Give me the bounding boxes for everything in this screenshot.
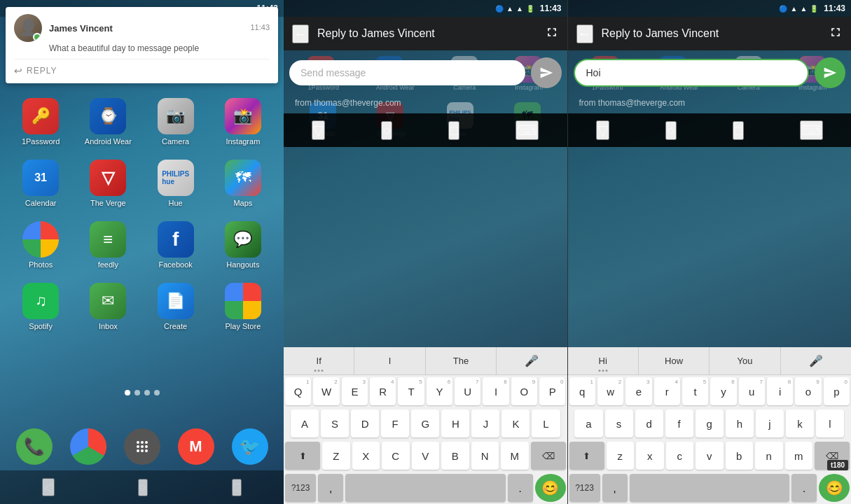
home-nav-right[interactable]: ○ bbox=[665, 121, 677, 140]
key-g[interactable]: G bbox=[411, 410, 439, 438]
key-h[interactable]: H bbox=[441, 410, 469, 438]
app-playstore[interactable]: Play Store bbox=[216, 283, 269, 330]
suggestion-you[interactable]: You bbox=[710, 347, 780, 374]
key-z[interactable]: Z bbox=[322, 442, 350, 470]
key-x-r[interactable]: x bbox=[636, 442, 664, 470]
send-button-left[interactable] bbox=[531, 57, 562, 88]
key-a-r[interactable]: a bbox=[574, 410, 602, 438]
message-input-left[interactable] bbox=[289, 60, 525, 85]
keyboard-nav-middle[interactable]: ⌨ bbox=[516, 120, 539, 140]
key-n-r[interactable]: n bbox=[755, 442, 783, 470]
key-m[interactable]: M bbox=[501, 442, 529, 470]
key-l-r[interactable]: l bbox=[816, 410, 844, 438]
suggestion-mic[interactable]: 🎤 bbox=[497, 347, 567, 374]
back-button[interactable]: ◁ bbox=[42, 478, 55, 496]
key-u[interactable]: 7U bbox=[455, 377, 480, 405]
key-r-r[interactable]: 4r bbox=[654, 377, 680, 405]
suggestion-i[interactable]: I bbox=[354, 347, 425, 374]
back-nav-middle[interactable]: ▽ bbox=[312, 120, 325, 140]
suggestion-the[interactable]: The bbox=[426, 347, 497, 374]
recent-button[interactable]: □ bbox=[232, 479, 242, 496]
key-p-r[interactable]: 0p bbox=[824, 377, 850, 405]
key-a[interactable]: A bbox=[291, 410, 319, 438]
key-q-r[interactable]: 1q bbox=[569, 377, 595, 405]
key-e-r[interactable]: 3e bbox=[625, 377, 651, 405]
key-s-r[interactable]: s bbox=[605, 410, 633, 438]
back-button-right[interactable]: ← bbox=[576, 24, 593, 43]
comma-key-right[interactable]: , bbox=[602, 474, 628, 502]
key-t-r[interactable]: 5t bbox=[682, 377, 708, 405]
key-h-r[interactable]: h bbox=[726, 410, 754, 438]
key-t[interactable]: 5T bbox=[398, 377, 424, 405]
key-v-r[interactable]: v bbox=[696, 442, 724, 470]
home-button[interactable]: ○ bbox=[138, 479, 148, 496]
key-f-r[interactable]: f bbox=[665, 410, 693, 438]
app-inbox[interactable]: ✉ Inbox bbox=[82, 283, 134, 330]
suggestion-hi[interactable]: Hi bbox=[568, 347, 639, 374]
keyboard-nav-right[interactable]: ⌨ bbox=[800, 120, 823, 140]
app-feedly[interactable]: ≡ feedly bbox=[82, 221, 134, 269]
space-key-right[interactable] bbox=[630, 474, 790, 502]
app-calendar[interactable]: 31 Calendar bbox=[15, 160, 67, 207]
shift-key[interactable]: ⬆ bbox=[285, 442, 320, 470]
key-g-r[interactable]: g bbox=[696, 410, 724, 438]
key-s[interactable]: S bbox=[321, 410, 349, 438]
key-p[interactable]: 0P bbox=[539, 377, 565, 405]
period-key-left[interactable]: . bbox=[508, 474, 533, 502]
emoji-key-right[interactable]: 😊 bbox=[819, 474, 850, 502]
key-n[interactable]: N bbox=[471, 442, 499, 470]
app-create[interactable]: 📄 Create bbox=[149, 283, 202, 330]
dock-phone[interactable]: 📞 bbox=[13, 428, 55, 465]
recent-nav-middle[interactable]: □ bbox=[448, 121, 459, 140]
dock-twitter[interactable]: 🐦 bbox=[229, 428, 271, 465]
app-theverge[interactable]: ▽ The Verge bbox=[82, 160, 134, 207]
app-instagram[interactable]: 📸 Instagram bbox=[216, 98, 269, 146]
sym-key-left[interactable]: ?123 bbox=[285, 474, 316, 502]
app-camera[interactable]: 📷 Camera bbox=[149, 98, 202, 146]
dock-gmail[interactable]: M bbox=[175, 428, 217, 465]
app-hue[interactable]: PHILIPShue Hue bbox=[149, 160, 202, 207]
key-r[interactable]: 4R bbox=[370, 377, 396, 405]
backspace-key[interactable]: ⌫ bbox=[531, 442, 566, 470]
key-l[interactable]: L bbox=[532, 410, 560, 438]
period-key-right[interactable]: . bbox=[791, 474, 817, 502]
suggestion-if[interactable]: If bbox=[284, 347, 354, 374]
recent-nav-right[interactable]: □ bbox=[733, 121, 744, 140]
key-v[interactable]: V bbox=[412, 442, 440, 470]
suggestion-mic-r[interactable]: 🎤 bbox=[781, 347, 851, 374]
comma-key-left[interactable]: , bbox=[318, 474, 343, 502]
dock-apps[interactable] bbox=[121, 428, 163, 465]
reply-button[interactable]: ↩ REPLY bbox=[14, 59, 270, 76]
suggestion-how[interactable]: How bbox=[639, 347, 710, 374]
back-nav-right[interactable]: ▽ bbox=[596, 120, 609, 140]
app-facebook[interactable]: f Facebook bbox=[149, 221, 202, 269]
key-w-r[interactable]: 2w bbox=[597, 377, 623, 405]
message-input-right[interactable] bbox=[574, 59, 810, 87]
key-z-r[interactable]: z bbox=[607, 442, 635, 470]
key-e[interactable]: 3E bbox=[342, 377, 368, 405]
app-spotify[interactable]: ♫ Spotify bbox=[15, 283, 67, 330]
key-b[interactable]: B bbox=[441, 442, 469, 470]
key-d-r[interactable]: d bbox=[635, 410, 663, 438]
key-j-r[interactable]: j bbox=[756, 410, 784, 438]
dock-chrome[interactable] bbox=[67, 428, 109, 465]
shift-key-r[interactable]: ⬆ bbox=[569, 442, 604, 470]
key-i-r[interactable]: 8i bbox=[767, 377, 793, 405]
app-photos[interactable]: Photos bbox=[15, 221, 67, 269]
key-c[interactable]: C bbox=[382, 442, 410, 470]
sym-key-right[interactable]: ?123 bbox=[569, 474, 600, 502]
key-d[interactable]: D bbox=[351, 410, 379, 438]
home-nav-middle[interactable]: ○ bbox=[381, 121, 392, 140]
app-maps[interactable]: 🗺 Maps bbox=[216, 160, 269, 207]
key-c-r[interactable]: c bbox=[666, 442, 694, 470]
emoji-key-left[interactable]: 😊 bbox=[535, 474, 566, 502]
key-i[interactable]: 8I bbox=[483, 377, 508, 405]
key-u-r[interactable]: 7u bbox=[739, 377, 765, 405]
key-j[interactable]: J bbox=[471, 410, 499, 438]
key-x[interactable]: X bbox=[352, 442, 380, 470]
expand-button-right[interactable] bbox=[829, 25, 843, 42]
key-o-r[interactable]: 9o bbox=[795, 377, 821, 405]
back-button-left[interactable]: ← bbox=[292, 24, 309, 43]
send-button-right[interactable] bbox=[815, 57, 845, 88]
app-androidwear[interactable]: ⌚ Android Wear bbox=[82, 98, 134, 146]
